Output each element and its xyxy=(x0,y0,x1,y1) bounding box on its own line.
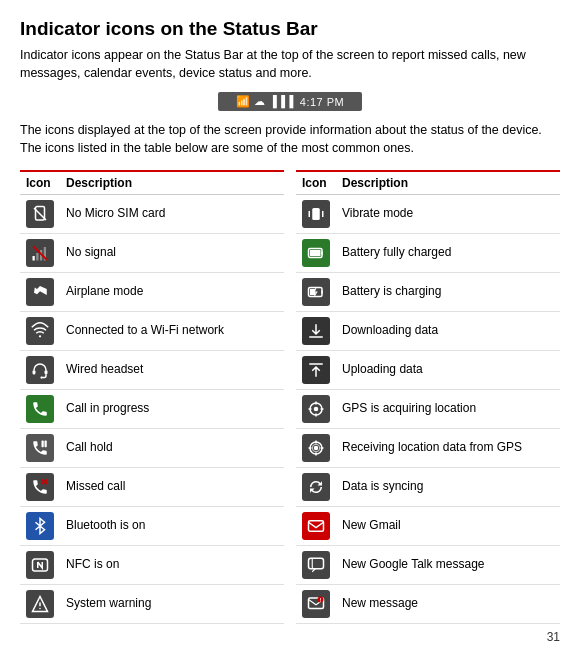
icon-cell xyxy=(20,233,60,272)
svg-point-7 xyxy=(39,335,41,337)
left-icon-table: Icon Description No Micro SIM cardNo sig… xyxy=(20,170,284,624)
table-row: Vibrate mode xyxy=(296,194,560,233)
intro-paragraph: Indicator icons appear on the Status Bar… xyxy=(20,46,560,82)
svg-rect-18 xyxy=(312,208,320,220)
table-row: Call hold xyxy=(20,428,284,467)
icon-cell xyxy=(20,428,60,467)
icon-description: Battery is charging xyxy=(336,272,560,311)
icon-description: Call in progress xyxy=(60,389,284,428)
icon-description: New Google Talk message xyxy=(336,545,560,584)
table-row: NFC is on xyxy=(20,545,284,584)
icon-cell xyxy=(296,311,336,350)
right-icon-table: Icon Description Vibrate modeBattery ful… xyxy=(296,170,560,624)
icon-tables: Icon Description No Micro SIM cardNo sig… xyxy=(20,170,560,624)
status-bar-icons: 📶 ☁ ▐▐▐ xyxy=(236,95,294,108)
table-row: New Google Talk message xyxy=(296,545,560,584)
icon-description: Call hold xyxy=(60,428,284,467)
svg-rect-9 xyxy=(45,370,48,375)
svg-rect-12 xyxy=(45,440,47,447)
svg-rect-11 xyxy=(42,440,44,447)
icon-description: Connected to a Wi-Fi network xyxy=(60,311,284,350)
icon-cell xyxy=(296,272,336,311)
table-row: No Micro SIM card xyxy=(20,194,284,233)
status-bar-display: 📶 ☁ ▐▐▐ 4:17 PM xyxy=(218,92,362,111)
right-col-icon-header: Icon xyxy=(296,171,336,195)
svg-rect-8 xyxy=(33,370,36,375)
table-row: Downloading data xyxy=(296,311,560,350)
page-title: Indicator icons on the Status Bar xyxy=(20,18,560,40)
icon-cell xyxy=(296,545,336,584)
svg-rect-20 xyxy=(310,250,321,256)
icon-description: New Gmail xyxy=(336,506,560,545)
description-paragraph: The icons displayed at the top of the sc… xyxy=(20,121,560,157)
left-col-desc-header: Description xyxy=(60,171,284,195)
icon-cell xyxy=(296,428,336,467)
table-row: GPS is acquiring location xyxy=(296,389,560,428)
icon-cell xyxy=(20,194,60,233)
svg-text:!: ! xyxy=(320,597,322,603)
svg-rect-2 xyxy=(33,256,35,261)
icon-description: New message xyxy=(336,584,560,623)
icon-description: Data is syncing xyxy=(336,467,560,506)
table-row: New Gmail xyxy=(296,506,560,545)
right-col-desc-header: Description xyxy=(336,171,560,195)
icon-cell xyxy=(20,389,60,428)
table-row: Bluetooth is on xyxy=(20,506,284,545)
icon-description: Battery fully charged xyxy=(336,233,560,272)
table-row: Battery fully charged xyxy=(296,233,560,272)
svg-rect-38 xyxy=(309,520,324,531)
icon-cell xyxy=(20,311,60,350)
icon-description: Vibrate mode xyxy=(336,194,560,233)
icon-cell xyxy=(20,584,60,623)
icon-cell xyxy=(20,272,60,311)
icon-description: No Micro SIM card xyxy=(60,194,284,233)
svg-point-26 xyxy=(314,406,319,411)
icon-cell xyxy=(296,467,336,506)
left-col-icon-header: Icon xyxy=(20,171,60,195)
icon-cell xyxy=(296,350,336,389)
table-row: Call in progress xyxy=(20,389,284,428)
svg-point-17 xyxy=(39,607,41,609)
icon-cell xyxy=(20,350,60,389)
icon-cell xyxy=(20,506,60,545)
icon-description: Uploading data xyxy=(336,350,560,389)
table-row: Missed call xyxy=(20,467,284,506)
icon-description: Wired headset xyxy=(60,350,284,389)
icon-description: Missed call xyxy=(60,467,284,506)
page-number: 31 xyxy=(20,630,560,644)
table-row: System warning xyxy=(20,584,284,623)
table-row: Connected to a Wi-Fi network xyxy=(20,311,284,350)
icon-cell xyxy=(20,467,60,506)
icon-cell: ! xyxy=(296,584,336,623)
svg-rect-24 xyxy=(309,363,323,365)
table-row: Battery is charging xyxy=(296,272,560,311)
svg-rect-23 xyxy=(309,336,323,338)
icon-cell xyxy=(20,545,60,584)
svg-rect-39 xyxy=(309,558,324,569)
icon-description: Bluetooth is on xyxy=(60,506,284,545)
table-row: Data is syncing xyxy=(296,467,560,506)
icon-description: Downloading data xyxy=(336,311,560,350)
svg-point-32 xyxy=(314,445,319,450)
icon-cell xyxy=(296,194,336,233)
status-bar-time: 4:17 PM xyxy=(300,96,344,108)
table-row: Wired headset xyxy=(20,350,284,389)
icon-description: No signal xyxy=(60,233,284,272)
svg-rect-3 xyxy=(36,253,38,261)
icon-description: GPS is acquiring location xyxy=(336,389,560,428)
table-row: !New message xyxy=(296,584,560,623)
icon-description: System warning xyxy=(60,584,284,623)
icon-cell xyxy=(296,506,336,545)
icon-cell xyxy=(296,389,336,428)
status-bar-example: 📶 ☁ ▐▐▐ 4:17 PM xyxy=(20,92,560,111)
icon-description: NFC is on xyxy=(60,545,284,584)
table-row: Airplane mode xyxy=(20,272,284,311)
table-row: No signal xyxy=(20,233,284,272)
table-row: Receiving location data from GPS xyxy=(296,428,560,467)
svg-point-10 xyxy=(40,376,42,378)
icon-description: Receiving location data from GPS xyxy=(336,428,560,467)
icon-description: Airplane mode xyxy=(60,272,284,311)
icon-cell xyxy=(296,233,336,272)
table-row: Uploading data xyxy=(296,350,560,389)
